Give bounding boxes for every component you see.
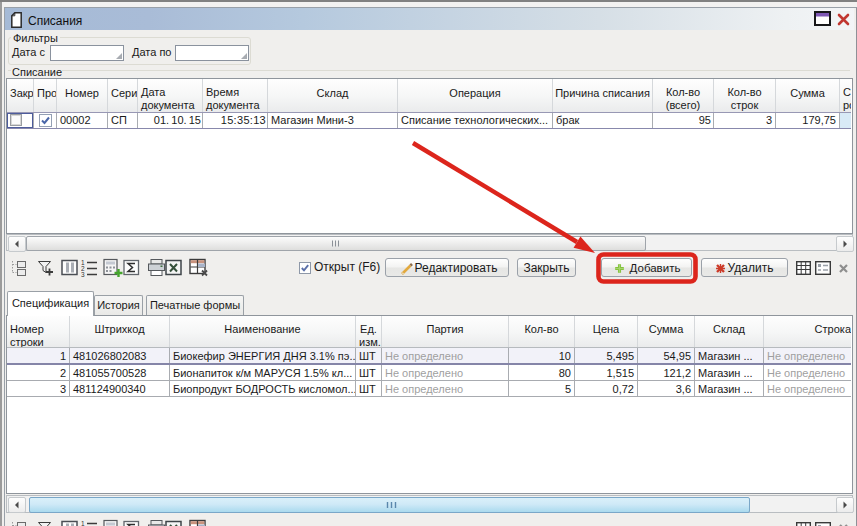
svg-text:3: 3 [81,271,85,277]
